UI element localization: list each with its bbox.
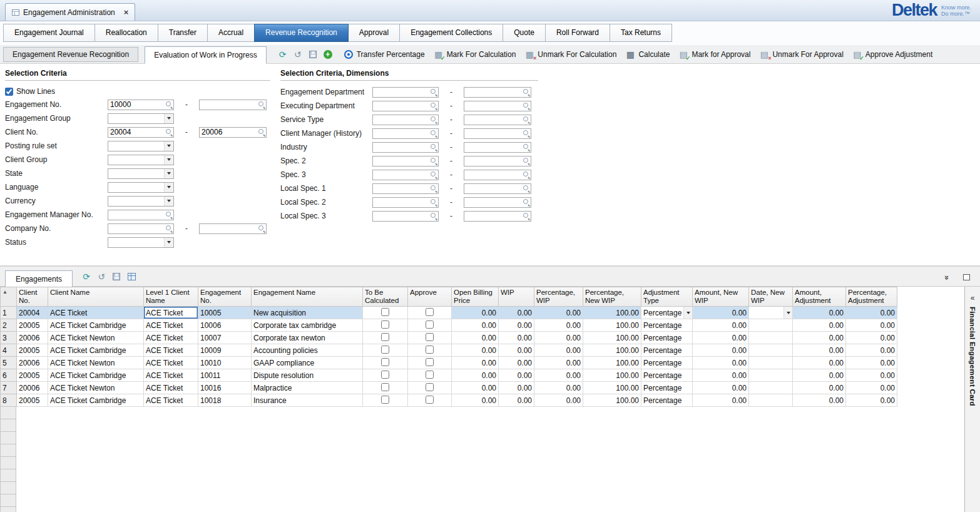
dropdown-arrow-icon[interactable]	[164, 197, 173, 206]
local-spec-2-to-input[interactable]	[464, 197, 531, 208]
main-tab-roll-forward[interactable]: Roll Forward	[545, 24, 610, 42]
cell-percentage-wip[interactable]: 0.00	[534, 369, 583, 382]
industry-to-input[interactable]	[464, 142, 531, 153]
cell-level1-client-name[interactable]: ACE Ticket	[144, 357, 198, 369]
cell-open-billing-price[interactable]: 0.00	[452, 369, 499, 382]
cell-approve[interactable]	[408, 307, 452, 319]
cell-client-name[interactable]: ACE Ticket Cambridge	[48, 394, 144, 407]
cell-percentage-new-wip[interactable]: 100.00	[583, 369, 641, 382]
to-be-calculated-checkbox[interactable]	[381, 320, 389, 329]
cell-percentage-new-wip[interactable]: 100.00	[583, 307, 641, 319]
mark-for-calculation-button[interactable]: ▦✓Mark For Calculation	[429, 47, 521, 62]
cell-wip[interactable]: 0.00	[499, 357, 534, 369]
cell-amount-adjustment[interactable]: 0.00	[793, 332, 846, 344]
company-no-from-input[interactable]	[108, 223, 174, 234]
cell-date-new-wip[interactable]	[749, 319, 793, 332]
cell-amount-adjustment[interactable]: 0.00	[793, 319, 846, 332]
to-be-calculated-checkbox[interactable]	[381, 358, 389, 366]
dropdown-arrow-icon[interactable]	[783, 307, 792, 319]
to-be-calculated-checkbox[interactable]	[381, 333, 389, 341]
client-no-to-input[interactable]	[199, 127, 267, 138]
cell-wip[interactable]: 0.00	[499, 369, 534, 382]
cell-level1-client-name[interactable]: ACE Ticket	[144, 394, 198, 407]
search-icon[interactable]	[430, 185, 437, 192]
search-icon[interactable]	[523, 130, 530, 137]
dropdown-arrow-icon[interactable]	[164, 183, 173, 192]
cell-level1-client-name[interactable]: ACE Ticket	[144, 382, 198, 394]
cell-wip[interactable]: 0.00	[499, 344, 534, 357]
cell-percentage-wip[interactable]: 0.00	[534, 382, 583, 394]
cell-client-name[interactable]: ACE Ticket Newton	[48, 382, 144, 394]
refresh-button[interactable]: ⟳	[79, 270, 93, 284]
maximize-panel-button[interactable]	[959, 270, 973, 284]
cell-amount-new-wip[interactable]: 0.00	[693, 319, 749, 332]
engagement-no-to-input[interactable]	[199, 100, 267, 110]
row-number[interactable]: 8	[1, 394, 17, 407]
row-number[interactable]: 6	[1, 369, 17, 382]
column-header-amount-adjustment[interactable]: Amount, Adjustment	[793, 287, 846, 307]
cell-percentage-adjustment[interactable]: 0.00	[846, 357, 897, 369]
cell-percentage-adjustment[interactable]: 0.00	[846, 307, 897, 319]
cell-amount-new-wip[interactable]: 0.00	[693, 344, 749, 357]
search-icon[interactable]	[523, 157, 530, 165]
dropdown-arrow-icon[interactable]	[683, 307, 692, 319]
cell-adjustment-type[interactable]: Percentage	[641, 344, 693, 357]
main-tab-tax-returns[interactable]: Tax Returns	[610, 24, 672, 42]
cell-date-new-wip[interactable]	[749, 344, 793, 357]
status-dropdown[interactable]	[108, 237, 174, 248]
to-be-calculated-checkbox[interactable]	[381, 346, 389, 354]
cell-adjustment-type[interactable]: Percentage	[641, 369, 693, 382]
cell-percentage-new-wip[interactable]: 100.00	[583, 382, 641, 394]
collapse-panel-button[interactable]: »	[941, 270, 954, 284]
cell-engagement-name[interactable]: Dispute resolution	[252, 369, 363, 382]
cell-wip[interactable]: 0.00	[499, 394, 534, 407]
approve-checkbox[interactable]	[426, 371, 434, 379]
search-icon[interactable]	[258, 101, 265, 108]
cell-percentage-adjustment[interactable]: 0.00	[846, 319, 897, 332]
main-tab-engagement-collections[interactable]: Engagement Collections	[399, 24, 503, 42]
spec-2-from-input[interactable]	[372, 156, 439, 166]
cell-client-name[interactable]: ACE Ticket Cambridge	[48, 369, 144, 382]
column-header-percentage-adjustment[interactable]: Percentage, Adjustment	[846, 287, 897, 307]
row-number[interactable]: 2	[1, 319, 17, 332]
cell-client-name[interactable]: ACE Ticket Newton	[48, 332, 144, 344]
cell-percentage-adjustment[interactable]: 0.00	[846, 332, 897, 344]
cell-engagement-no[interactable]: 10018	[198, 394, 252, 407]
financial-engagement-card-panel[interactable]: « Financial Engagement Card	[964, 287, 980, 512]
local-spec-3-to-input[interactable]	[464, 211, 531, 222]
cell-wip[interactable]: 0.00	[499, 382, 534, 394]
local-spec-2-from-input[interactable]	[372, 197, 439, 208]
cell-engagement-no[interactable]: 10005	[198, 307, 252, 319]
company-no-to-input[interactable]	[199, 223, 267, 234]
column-header-adjustment-type[interactable]: Adjustment Type	[641, 287, 693, 307]
cell-client-name[interactable]: ACE Ticket	[48, 307, 144, 319]
cell-adjustment-type[interactable]: Percentage	[641, 382, 693, 394]
search-icon[interactable]	[430, 212, 437, 220]
cell-percentage-wip[interactable]: 0.00	[534, 332, 583, 344]
column-header-level-1-client-name[interactable]: Level 1 Client Name	[144, 287, 198, 307]
cell-level1-client-name[interactable]: ACE Ticket	[144, 307, 198, 319]
search-icon[interactable]	[523, 143, 530, 151]
cell-to-be-calculated[interactable]	[363, 307, 408, 319]
approve-checkbox[interactable]	[426, 308, 434, 316]
cell-to-be-calculated[interactable]	[363, 332, 408, 344]
search-icon[interactable]	[165, 101, 173, 108]
search-icon[interactable]	[430, 198, 437, 206]
search-icon[interactable]	[430, 88, 437, 96]
cell-amount-adjustment[interactable]: 0.00	[793, 394, 846, 407]
cell-client-no[interactable]: 20006	[17, 357, 48, 369]
cell-to-be-calculated[interactable]	[363, 344, 408, 357]
cell-open-billing-price[interactable]: 0.00	[452, 357, 499, 369]
cell-client-no[interactable]: 20005	[17, 394, 48, 407]
search-icon[interactable]	[430, 143, 437, 151]
cell-engagement-name[interactable]: New acquisition	[252, 307, 363, 319]
executing-department-from-input[interactable]	[372, 101, 439, 111]
document-tab[interactable]: Engagement Administration ×	[5, 3, 135, 21]
row-number[interactable]: 3	[1, 332, 17, 344]
dropdown-arrow-icon[interactable]	[164, 169, 173, 178]
cell-date-new-wip[interactable]	[749, 369, 793, 382]
cell-approve[interactable]	[408, 319, 452, 332]
cell-date-new-wip[interactable]	[749, 394, 793, 407]
cell-approve[interactable]	[408, 394, 452, 407]
approve-checkbox[interactable]	[426, 396, 434, 404]
